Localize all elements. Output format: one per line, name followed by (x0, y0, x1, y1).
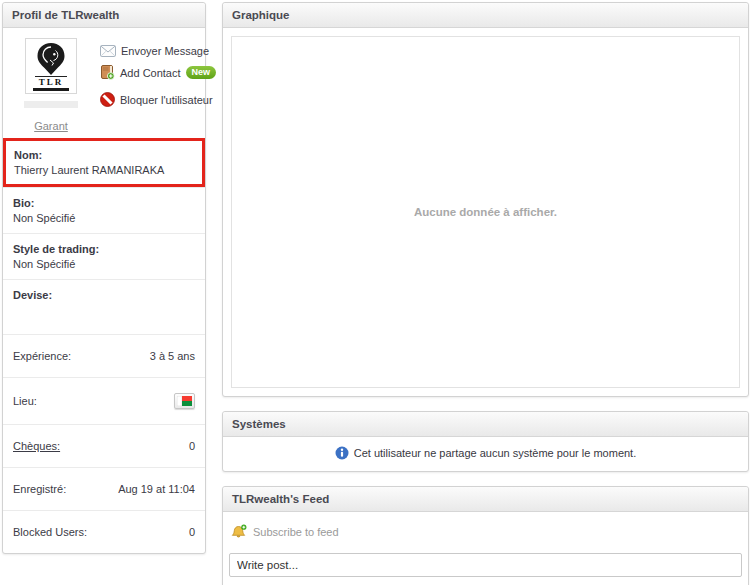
field-nom-label: Nom: (14, 149, 194, 161)
new-badge: New (186, 66, 217, 79)
chart-empty-message: Aucune donnée à afficher. (414, 206, 557, 218)
field-enregistre: Enregistré: Aug 19 at 11:04 (3, 467, 205, 510)
field-blocked-users: Blocked Users: 0 (3, 510, 205, 553)
graph-body: Aucune donnée à afficher. (223, 28, 748, 396)
profile-actions: Envoyer Message (93, 38, 216, 132)
send-message-label: Envoyer Message (121, 45, 209, 57)
field-lieu-label: Lieu: (13, 395, 37, 407)
garant-link[interactable]: Garant (34, 120, 68, 132)
field-experience-value: 3 à 5 ans (150, 350, 195, 362)
systems-empty-message: Cet utilisateur ne partage aucun système… (354, 447, 636, 459)
bell-subscribe-icon (231, 524, 247, 540)
graph-panel: Graphique Aucune donnée à afficher. (222, 2, 749, 397)
field-cheques-value: 0 (189, 440, 195, 452)
profile-panel: Profil de TLRwealth TLR (2, 2, 206, 554)
field-blocked-users-label: Blocked Users: (13, 526, 87, 538)
subscribe-to-feed-link[interactable]: Subscribe to feed (229, 519, 742, 553)
add-contact-label: Add Contact (120, 67, 181, 79)
profile-top: TLR Garant (3, 28, 205, 138)
systems-panel-title: Systèmes (223, 412, 748, 437)
write-post-input[interactable] (229, 553, 742, 577)
field-style-trading-value: Non Spécifié (13, 258, 195, 270)
field-devise-label: Devise: (13, 289, 195, 301)
profile-fields: Nom: Thierry Laurent RAMANIRAKA Bio: Non… (3, 138, 205, 553)
profile-column: Profil de TLRwealth TLR (2, 2, 206, 554)
field-nom-value: Thierry Laurent RAMANIRAKA (14, 164, 194, 176)
profile-page: Profil de TLRwealth TLR (0, 0, 750, 585)
info-icon (335, 446, 349, 460)
field-enregistre-value: Aug 19 at 11:04 (118, 483, 195, 495)
avatar: TLR (25, 38, 77, 94)
address-book-icon (100, 65, 115, 80)
graph-panel-title: Graphique (223, 3, 748, 28)
block-user-button[interactable]: Bloquer l'utilisateur (100, 92, 216, 107)
field-cheques-label[interactable]: Chèques: (13, 440, 60, 452)
envelope-icon (100, 45, 116, 57)
lion-logo-icon (31, 42, 71, 76)
chart-area: Aucune donnée à afficher. (231, 36, 740, 388)
block-icon (100, 92, 115, 107)
field-bio-label: Bio: (13, 197, 195, 209)
main-column: Graphique Aucune donnée à afficher. Syst… (222, 2, 749, 585)
field-experience: Expérience: 3 à 5 ans (3, 334, 205, 377)
field-enregistre-label: Enregistré: (13, 483, 66, 495)
field-devise: Devise: (3, 279, 205, 334)
subscribe-to-feed-label: Subscribe to feed (253, 526, 339, 538)
field-bio-value: Non Spécifié (13, 212, 195, 224)
field-style-trading-label: Style de trading: (13, 243, 195, 255)
field-style-trading: Style de trading: Non Spécifié (3, 233, 205, 279)
profile-panel-title: Profil de TLRwealth (3, 3, 205, 28)
avatar-logo-bar (33, 88, 69, 91)
madagascar-flag-icon[interactable] (174, 393, 195, 409)
add-contact-button[interactable]: Add Contact New (100, 65, 216, 80)
field-lieu: Lieu: (3, 377, 205, 424)
avatar-column: TLR Garant (9, 38, 93, 132)
feed-body: Subscribe to feed Post (223, 512, 748, 585)
send-message-button[interactable]: Envoyer Message (100, 45, 216, 57)
block-user-label: Bloquer l'utilisateur (120, 94, 213, 106)
field-blocked-users-value: 0 (189, 526, 195, 538)
systems-body: Cet utilisateur ne partage aucun système… (223, 437, 748, 471)
field-cheques: Chèques: 0 (3, 424, 205, 467)
feed-panel: TLRwealth's Feed Subscribe to feed (222, 486, 749, 585)
field-experience-label: Expérience: (13, 350, 71, 362)
feed-panel-title: TLRwealth's Feed (223, 487, 748, 512)
reputation-bar (24, 101, 78, 108)
field-nom: Nom: Thierry Laurent RAMANIRAKA (3, 138, 205, 187)
avatar-logo-text: TLR (35, 76, 67, 87)
systems-panel: Systèmes Cet utilisateur ne partage aucu… (222, 411, 749, 472)
field-bio: Bio: Non Spécifié (3, 187, 205, 233)
